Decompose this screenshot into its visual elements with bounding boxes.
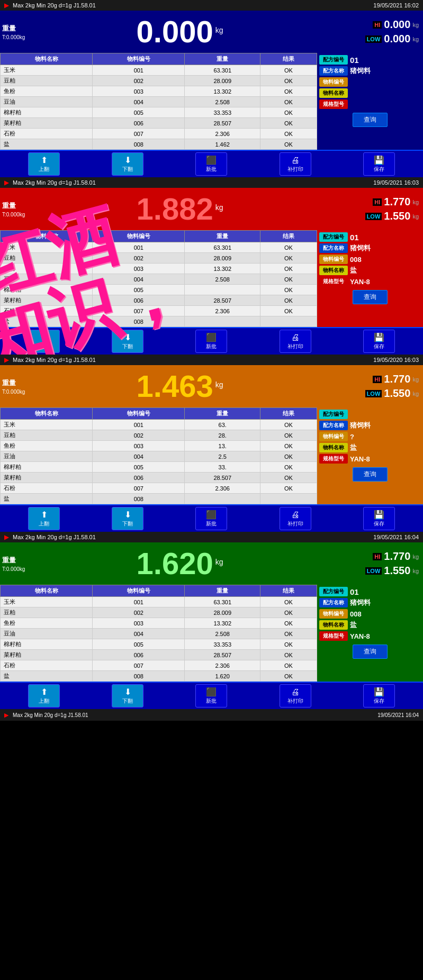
table-row: 豆粕00228.OK bbox=[1, 430, 317, 441]
material-num-label: 物料编号 bbox=[319, 77, 348, 87]
table-row: 豆油0042.508OK bbox=[1, 97, 317, 107]
btn-new[interactable]: ⬛新批 bbox=[195, 330, 227, 353]
table-cell: 007 bbox=[93, 483, 185, 494]
btn-print[interactable]: 🖨补打印 bbox=[280, 507, 311, 530]
hi-row: HI 0.000 kg bbox=[373, 19, 419, 31]
btn-up-icon: ⬆ bbox=[41, 332, 48, 342]
btn-up[interactable]: ⬆上翻 bbox=[28, 507, 60, 530]
table-header: 物料编号 bbox=[93, 53, 185, 65]
table-cell: OK bbox=[260, 295, 317, 306]
table-cell: 2.5 bbox=[185, 451, 260, 462]
query-btn-row[interactable]: 查询 bbox=[319, 467, 421, 482]
table-cell: OK bbox=[260, 97, 317, 107]
status-bar: ▶ Max 2kg Min 20g d=1g J1.58.01 19/05/20… bbox=[0, 177, 423, 188]
table-cell: 002 bbox=[93, 430, 185, 441]
table-row: 豆油0042.5OK bbox=[1, 451, 317, 462]
table-row: 盐008 bbox=[1, 494, 317, 504]
hi-unit: kg bbox=[412, 22, 419, 28]
table-cell: 003 bbox=[93, 264, 185, 274]
hi-unit: kg bbox=[412, 376, 419, 383]
low-label: LOW bbox=[365, 567, 382, 575]
table-cell: OK bbox=[260, 441, 317, 451]
low-row: LOW 1.550 kg bbox=[365, 387, 419, 400]
btn-print-label: 补打印 bbox=[287, 343, 303, 350]
table-cell: 玉米 bbox=[1, 420, 93, 430]
table-cell: 鱼粉 bbox=[1, 264, 93, 274]
table-cell: 豆油 bbox=[1, 451, 93, 462]
table-row: 豆粕00228.009OK bbox=[1, 76, 317, 86]
btn-new[interactable]: ⬛新批 bbox=[195, 152, 227, 176]
btn-new-icon: ⬛ bbox=[206, 510, 217, 520]
btn-new[interactable]: ⬛新批 bbox=[195, 507, 227, 530]
table-header: 物料名称 bbox=[1, 53, 93, 65]
btn-down[interactable]: ⬇下翻 bbox=[112, 507, 143, 530]
table-cell: OK bbox=[260, 451, 317, 462]
table-cell bbox=[260, 316, 317, 327]
btn-up[interactable]: ⬆上翻 bbox=[28, 330, 60, 353]
btn-down[interactable]: ⬇下翻 bbox=[112, 684, 143, 707]
table-cell: OK bbox=[260, 118, 317, 129]
hi-low-panel: HI 1.770 kg LOW 1.550 kg bbox=[317, 373, 423, 400]
query-button[interactable]: 查询 bbox=[353, 113, 388, 127]
query-button[interactable]: 查询 bbox=[353, 290, 388, 304]
table-cell: OK bbox=[260, 607, 317, 618]
table-cell: 菜籽粕 bbox=[1, 295, 93, 306]
query-btn-row[interactable]: 查询 bbox=[319, 290, 421, 304]
weight-value: 1.463 bbox=[137, 371, 213, 402]
table-cell: 28.507 bbox=[185, 650, 260, 660]
material-name-row: 物料名称 bbox=[319, 88, 421, 98]
weight-unit: kg bbox=[215, 558, 223, 566]
recipe-name-value: 猪饲料 bbox=[350, 66, 371, 76]
table-cell: 001 bbox=[93, 65, 185, 76]
table-cell: OK bbox=[260, 285, 317, 295]
table-cell: 006 bbox=[93, 650, 185, 660]
table-cell: 2.306 bbox=[185, 306, 260, 316]
btn-save[interactable]: 💾保存 bbox=[363, 684, 395, 707]
btn-save[interactable]: 💾保存 bbox=[363, 330, 395, 353]
btn-save[interactable]: 💾保存 bbox=[363, 152, 395, 176]
table-cell: 玉米 bbox=[1, 65, 93, 76]
recipe-name-label: 配方名称 bbox=[319, 66, 348, 76]
recipe-name-value: 猪饲料 bbox=[350, 598, 371, 607]
table-cell: 33.353 bbox=[185, 107, 260, 118]
low-label: LOW bbox=[365, 35, 382, 43]
query-btn-row[interactable]: 查询 bbox=[319, 645, 421, 659]
btn-save-icon: 💾 bbox=[374, 687, 384, 697]
table-cell: 2.306 bbox=[185, 483, 260, 494]
table-cell: 豆粕 bbox=[1, 76, 93, 86]
table-cell: 鱼粉 bbox=[1, 86, 93, 97]
table-cell: 28.009 bbox=[185, 607, 260, 618]
query-button[interactable]: 查询 bbox=[353, 467, 388, 482]
main-content: 物料名称物料编号重量结果玉米00163.301OK豆粕00228.009OK鱼粉… bbox=[0, 53, 423, 150]
btn-up[interactable]: ⬆上翻 bbox=[28, 684, 60, 707]
table-cell: 005 bbox=[93, 462, 185, 473]
table-header: 物料编号 bbox=[93, 585, 185, 597]
table-row: 玉米00163.301OK bbox=[1, 597, 317, 607]
btn-print[interactable]: 🖨补打印 bbox=[280, 330, 311, 353]
low-value: 0.000 bbox=[384, 33, 410, 45]
table-header: 结果 bbox=[260, 231, 317, 242]
spec-row: 规格型号 bbox=[319, 99, 421, 109]
spec-label: 规格型号 bbox=[319, 631, 348, 641]
table-header: 重量 bbox=[185, 231, 260, 242]
recipe-num-label: 配方编号 bbox=[319, 587, 348, 596]
low-row: LOW 1.550 kg bbox=[365, 565, 419, 577]
btn-up[interactable]: ⬆上翻 bbox=[28, 152, 60, 176]
query-btn-row[interactable]: 查询 bbox=[319, 113, 421, 127]
weight-label-area: 重量 T:0.000kg bbox=[0, 22, 42, 42]
btn-save[interactable]: 💾保存 bbox=[363, 507, 395, 530]
table-row: 棉籽粕00533.OK bbox=[1, 462, 317, 473]
btn-up-label: 上翻 bbox=[39, 166, 49, 173]
toolbar: ⬆上翻⬇下翻⬛新批🖨补打印💾保存 bbox=[0, 150, 423, 177]
status-spec: Max 2kg Min 20g d=1g J1.58.01 bbox=[13, 534, 96, 541]
query-button[interactable]: 查询 bbox=[353, 645, 388, 659]
hi-value: 1.770 bbox=[384, 196, 410, 208]
btn-down[interactable]: ⬇下翻 bbox=[112, 330, 143, 353]
btn-new[interactable]: ⬛新批 bbox=[195, 684, 227, 707]
btn-print[interactable]: 🖨补打印 bbox=[280, 152, 311, 176]
status-icon: ▶ bbox=[4, 357, 8, 364]
btn-save-label: 保存 bbox=[374, 697, 384, 705]
btn-down[interactable]: ⬇下翻 bbox=[112, 152, 143, 176]
btn-print[interactable]: 🖨补打印 bbox=[280, 684, 311, 707]
table-cell: 盐 bbox=[1, 139, 93, 150]
